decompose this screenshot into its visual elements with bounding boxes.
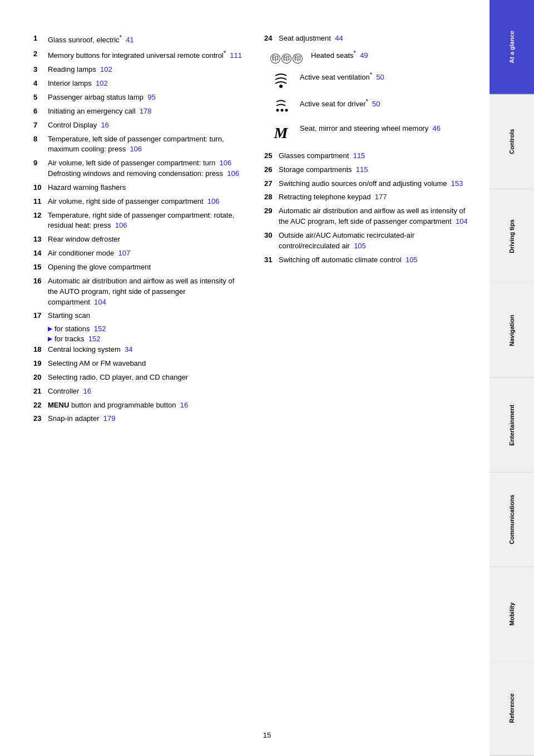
item-number: 29 <box>264 206 275 227</box>
item-number: 22 <box>33 400 44 411</box>
page-link[interactable]: 16 <box>83 387 91 395</box>
list-item: 28 Retracting telephone keypad 177 <box>264 192 473 203</box>
page-link[interactable]: 41 <box>126 36 134 44</box>
icon-row: M Seat, mirror and steering wheel memory… <box>270 124 473 142</box>
sidebar-tab-navigation[interactable]: Navigation <box>490 283 534 378</box>
item-text: Glass sunroof, electric* 41 <box>48 33 134 46</box>
page-link[interactable]: 95 <box>147 93 155 101</box>
page-link[interactable]: 152 <box>88 335 101 343</box>
list-item: 17 Starting scan <box>33 311 242 321</box>
page-link[interactable]: 102 <box>96 79 108 87</box>
page-link[interactable]: 105 <box>406 256 418 264</box>
page-link[interactable]: 102 <box>100 65 112 73</box>
list-item: 12 Temperature, right side of passenger … <box>33 210 242 232</box>
right-column: 24 Seat adjustment 44 ㊞㊞㊞ Heated seats* … <box>264 33 473 428</box>
sidebar-tab-communications[interactable]: Communications <box>490 473 534 567</box>
page-link[interactable]: 115 <box>356 165 368 174</box>
item-text: MENU button and programmable button 16 <box>48 400 188 411</box>
page-link[interactable]: 16 <box>101 121 108 129</box>
page-link[interactable]: 50 <box>376 73 384 81</box>
page-link[interactable]: 49 <box>360 51 368 60</box>
svg-point-0 <box>279 85 283 88</box>
item-text: Selecting AM or FM waveband <box>48 359 146 369</box>
page-link[interactable]: 104 <box>456 217 468 225</box>
list-item: 23 Snap-in adapter 179 <box>33 414 242 424</box>
left-column: 1 Glass sunroof, electric* 41 2 Memory b… <box>33 33 242 428</box>
list-item: 8 Temperature, left side of passenger co… <box>33 134 242 155</box>
page-link[interactable]: 107 <box>118 249 130 257</box>
list-item: 10 Hazard warning flashers <box>33 183 242 193</box>
sidebar-tabs: At a glance Controls Driving tips Naviga… <box>490 0 534 756</box>
svg-point-2 <box>281 109 284 111</box>
page-link[interactable]: 106 <box>130 145 142 153</box>
page-link[interactable]: 177 <box>375 193 387 201</box>
item-number: 8 <box>33 134 44 155</box>
item-number: 7 <box>33 120 44 131</box>
item-text: Switching off automatic climate control … <box>279 255 418 266</box>
page-link[interactable]: 153 <box>451 179 463 188</box>
list-item: 20 Selecting radio, CD player, and CD ch… <box>33 372 242 383</box>
page-link[interactable]: 106 <box>220 159 232 167</box>
item-number: 14 <box>33 248 44 259</box>
item-text: Retracting telephone keypad 177 <box>279 192 387 203</box>
sidebar-tab-controls[interactable]: Controls <box>490 95 534 189</box>
page-link[interactable]: 152 <box>94 325 106 333</box>
list-item: 7 Control Display 16 <box>33 120 242 131</box>
item-text: for tracks 152 <box>55 335 100 343</box>
item-text: Hazard warning flashers <box>48 183 126 193</box>
main-content: 1 Glass sunroof, electric* 41 2 Memory b… <box>0 0 490 756</box>
svg-point-3 <box>285 109 288 111</box>
page-link[interactable]: 179 <box>103 414 116 423</box>
sidebar-tab-entertainment[interactable]: Entertainment <box>490 378 534 473</box>
sidebar-tab-mobility[interactable]: Mobility <box>490 567 534 662</box>
item-number: 26 <box>264 165 275 175</box>
item-number: 18 <box>33 345 44 355</box>
sub-item: ▶ for stations 152 <box>48 325 242 333</box>
page-link[interactable]: 104 <box>94 298 106 306</box>
list-item: 31 Switching off automatic climate contr… <box>264 255 473 266</box>
page-link[interactable]: 178 <box>140 107 152 115</box>
page-link[interactable]: 50 <box>372 100 380 108</box>
item-text: Selecting radio, CD player, and CD chang… <box>48 372 188 383</box>
item-text: Automatic air distribution and airflow a… <box>279 206 473 227</box>
item-text: Starting scan <box>48 311 90 321</box>
page-link[interactable]: 106 <box>227 169 239 178</box>
item-number: 15 <box>33 262 44 273</box>
icon-row: ㊞㊞㊞ Heated seats* 49 <box>270 50 473 66</box>
page-link[interactable]: 111 <box>230 52 242 60</box>
item-text: Opening the glove compartment <box>48 262 151 273</box>
item-text: Outside air/AUC Automatic recirculated-a… <box>279 230 473 252</box>
list-item: 2 Memory buttons for integrated universa… <box>33 49 242 61</box>
item-text: Passenger airbag status lamp 95 <box>48 92 156 103</box>
sidebar-tab-at-a-glance[interactable]: At a glance <box>490 0 534 95</box>
sidebar-tab-driving-tips[interactable]: Driving tips <box>490 189 534 284</box>
item-number: 20 <box>33 372 44 383</box>
page-link[interactable]: 115 <box>353 151 365 160</box>
item-text: Controller 16 <box>48 386 91 397</box>
icon-label: Active seat ventilation* 50 <box>300 71 384 81</box>
item-number: 10 <box>33 183 44 193</box>
item-number: 13 <box>33 234 44 245</box>
page-link[interactable]: 106 <box>115 221 127 229</box>
page-link[interactable]: 16 <box>180 401 188 409</box>
list-item: 6 Initiating an emergency call 178 <box>33 106 242 117</box>
page-link[interactable]: 46 <box>432 124 440 132</box>
seat-memory-icon: M <box>270 124 292 142</box>
page-link[interactable]: 106 <box>207 197 220 205</box>
sidebar-tab-reference[interactable]: Reference <box>490 661 534 756</box>
page-link[interactable]: 105 <box>354 242 366 250</box>
list-item: 19 Selecting AM or FM waveband <box>33 359 242 369</box>
page-link[interactable]: 44 <box>335 34 343 42</box>
list-item: 3 Reading lamps 102 <box>33 65 242 75</box>
list-item: 15 Opening the glove compartment <box>33 262 242 273</box>
list-item: 22 MENU button and programmable button 1… <box>33 400 242 411</box>
item-number: 28 <box>264 192 275 203</box>
icon-row: Active seat for driver* 50 <box>270 98 473 119</box>
page-link[interactable]: 34 <box>125 345 132 354</box>
item-number: 27 <box>264 179 275 189</box>
active-driver-icon <box>270 99 292 119</box>
item-text: Central locking system 34 <box>48 345 132 355</box>
item-text: Air conditioner mode 107 <box>48 248 130 259</box>
item-number: 3 <box>33 65 44 75</box>
item-text: Glasses compartment 115 <box>279 151 365 161</box>
